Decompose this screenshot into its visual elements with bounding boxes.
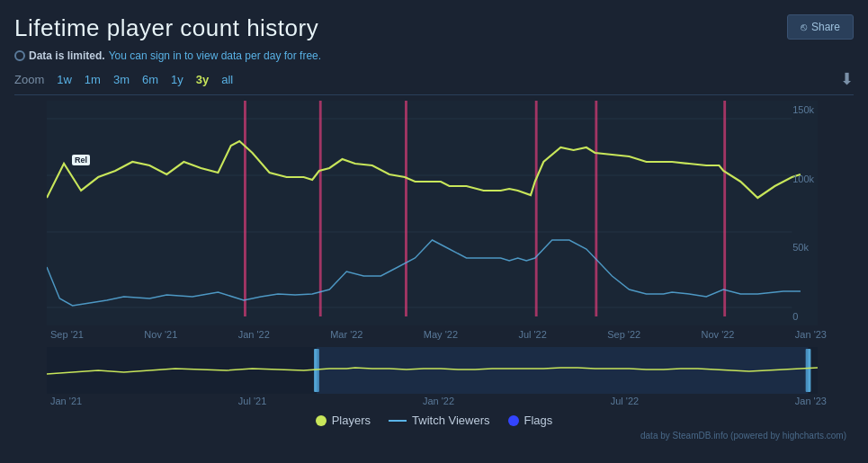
y-label-0: 0 (792, 311, 814, 322)
y-label-100k: 100k (792, 174, 814, 184)
flags-label: Flags (524, 414, 553, 427)
svg-rect-5 (244, 101, 246, 316)
chart-container: Lifetime player count history ⎋ Share Da… (0, 0, 868, 463)
chart-title: Lifetime player count history (14, 14, 318, 42)
share-button[interactable]: ⎋ Share (787, 14, 854, 40)
nav-x-jan21: Jan '21 (50, 396, 82, 406)
svg-rect-9 (595, 101, 597, 316)
credits: data by SteamDB.info (powered by highcha… (14, 431, 854, 441)
spinner-icon (14, 50, 25, 61)
nav-x-jan22: Jan '22 (423, 396, 454, 406)
players-label: Players (332, 414, 371, 427)
x-label-sep21: Sep '21 (50, 329, 84, 340)
navigator-x-labels: Jan '21 Jul '21 Jan '22 Jul '22 Jan '23 (14, 394, 854, 408)
rel-label: Rel (72, 155, 90, 165)
main-chart: Rel 150k 100k 50k 0 (47, 101, 818, 325)
x-label-jan23: Jan '23 (795, 329, 827, 340)
download-button[interactable]: ⬇ (840, 69, 854, 89)
svg-rect-0 (47, 101, 818, 325)
signin-link[interactable]: You can sign in to view data per day for… (109, 49, 321, 62)
y-label-50k: 50k (792, 242, 814, 253)
limited-text: Data is limited. (29, 49, 105, 62)
zoom-label: Zoom (14, 73, 44, 86)
twitch-line (389, 420, 407, 422)
zoom-row: Zoom 1w 1m 3m 6m 1y 3y all ⬇ (14, 69, 854, 95)
x-label-jul22: Jul '22 (518, 329, 546, 340)
main-chart-svg (47, 101, 818, 325)
svg-rect-6 (319, 101, 322, 316)
zoom-1w[interactable]: 1w (51, 71, 77, 88)
zoom-1m[interactable]: 1m (79, 71, 106, 88)
data-notice: Data is limited. You can sign in to view… (14, 49, 854, 62)
x-axis-labels: Sep '21 Nov '21 Jan '22 Mar '22 May '22 … (14, 325, 854, 343)
zoom-3y[interactable]: 3y (191, 71, 214, 88)
x-label-sep22: Sep '22 (607, 329, 640, 340)
svg-rect-7 (405, 101, 407, 316)
legend-flags: Flags (508, 414, 553, 427)
x-label-nov21: Nov '21 (144, 329, 177, 340)
navigator-chart[interactable] (47, 347, 818, 394)
x-label-mar22: Mar '22 (330, 329, 362, 340)
nav-x-jul21: Jul '21 (238, 396, 266, 406)
header-row: Lifetime player count history ⎋ Share (14, 14, 854, 42)
y-label-150k: 150k (792, 104, 814, 115)
zoom-3m[interactable]: 3m (108, 71, 135, 88)
svg-rect-8 (535, 101, 538, 316)
players-dot (316, 415, 327, 426)
zoom-all[interactable]: all (216, 71, 238, 88)
legend-twitch: Twitch Viewers (389, 414, 489, 427)
x-label-nov22: Nov '22 (702, 329, 735, 340)
nav-x-jan23: Jan '23 (795, 396, 827, 406)
x-label-jan22: Jan '22 (238, 329, 270, 340)
legend-players: Players (316, 414, 371, 427)
chart-legend: Players Twitch Viewers Flags (14, 414, 854, 427)
zoom-6m[interactable]: 6m (137, 71, 164, 88)
nav-x-jul22: Jul '22 (611, 396, 639, 406)
zoom-1y[interactable]: 1y (166, 71, 189, 88)
twitch-label: Twitch Viewers (412, 414, 489, 427)
y-axis-labels: 150k 100k 50k 0 (792, 101, 814, 325)
share-label: Share (811, 21, 840, 33)
share-icon: ⎋ (801, 21, 807, 33)
svg-rect-10 (723, 101, 726, 316)
x-label-may22: May '22 (424, 329, 458, 340)
navigator-svg (47, 347, 818, 394)
flags-dot (508, 415, 519, 426)
